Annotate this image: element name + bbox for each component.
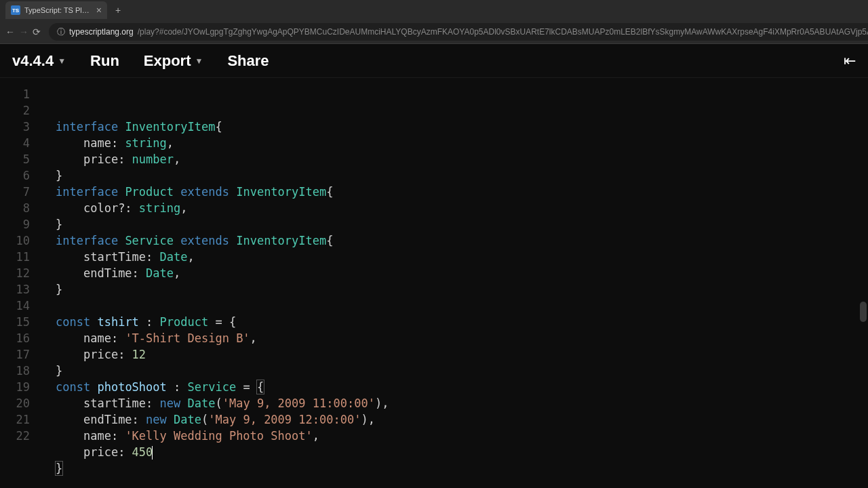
collapse-panel-icon[interactable]: ⇤ [844,52,856,70]
run-button[interactable]: Run [90,52,119,70]
code-editor[interactable]: 12345678910111213141516171819202122 inte… [0,78,868,488]
line-numbers-gutter: 12345678910111213141516171819202122 [0,78,41,488]
code-line[interactable]: name: string, [41,135,868,151]
nav-bar: ← → ⟳ ⓘ typescriptlang.org/play?#code/JY… [0,20,868,43]
share-button[interactable]: Share [227,52,269,70]
line-number: 6 [0,167,30,184]
tab-bar: TS TypeScript: TS Playground - A... × + [0,0,868,20]
url-domain: typescriptlang.org [69,27,134,37]
code-line[interactable]: interface InventoryItem{ [41,119,868,135]
line-number: 4 [0,135,30,151]
line-number: 17 [0,346,30,363]
code-line[interactable]: price: 450 [41,444,868,460]
line-number: 16 [0,330,30,346]
code-line[interactable]: name: 'T-Shirt Design B', [41,330,868,346]
typescript-icon: TS [11,5,20,15]
code-line[interactable]: color?: string, [41,200,868,216]
line-number: 22 [0,428,30,444]
line-number: 14 [0,298,30,314]
line-number: 10 [0,232,30,249]
code-line[interactable]: } [41,216,868,232]
code-line[interactable]: price: 12 [41,346,868,363]
site-info-icon[interactable]: ⓘ [57,26,65,38]
line-number: 13 [0,281,30,298]
forward-button[interactable]: → [19,24,28,40]
line-number: 12 [0,265,30,281]
chevron-down-icon: ▼ [195,56,203,66]
version-selector[interactable]: v4.4.4 ▼ [12,52,66,70]
code-line[interactable]: name: 'Kelly Wedding Photo Shoot', [41,428,868,444]
new-tab-button[interactable]: + [115,5,121,16]
scrollbar[interactable] [859,78,868,488]
code-area[interactable]: interface InventoryItem{ name: string, p… [41,78,868,488]
code-line[interactable]: } [41,281,868,298]
code-line[interactable]: const tshirt : Product = { [41,314,868,330]
code-line[interactable]: interface Service extends InventoryItem{ [41,232,868,249]
back-button[interactable]: ← [5,24,15,40]
reload-button[interactable]: ⟳ [33,24,41,40]
line-number: 15 [0,314,30,330]
code-line[interactable]: startTime: Date, [41,249,868,265]
line-number: 3 [0,119,30,135]
code-line[interactable]: } [41,460,868,476]
code-line[interactable]: const photoShoot : Service = { [41,379,868,395]
line-number: 18 [0,363,30,379]
version-label: v4.4.4 [12,52,54,70]
line-number: 9 [0,216,30,232]
code-line[interactable]: } [41,167,868,184]
browser-tab[interactable]: TS TypeScript: TS Playground - A... × [5,1,107,19]
close-icon[interactable]: × [96,5,102,16]
url-path: /play?#code/JYOwLgpgTgZghgYwgAgApQPYBMCu… [138,27,868,37]
line-number: 8 [0,200,30,216]
code-line[interactable]: endTime: Date, [41,265,868,281]
export-button[interactable]: Export ▼ [144,52,203,70]
code-line[interactable] [41,298,868,314]
code-line[interactable]: } [41,363,868,379]
code-line[interactable]: interface Product extends InventoryItem{ [41,184,868,200]
playground-toolbar: v4.4.4 ▼ Run Export ▼ Share ⇤ [0,44,868,78]
scrollbar-thumb[interactable] [860,302,867,322]
code-line[interactable]: price: number, [41,151,868,167]
tab-title: TypeScript: TS Playground - A... [24,6,92,14]
browser-chrome: TS TypeScript: TS Playground - A... × + … [0,0,868,44]
line-number: 2 [0,102,30,119]
address-bar[interactable]: ⓘ typescriptlang.org/play?#code/JYOwLgpg… [49,23,868,41]
line-number: 5 [0,151,30,167]
line-number: 21 [0,411,30,428]
line-number: 11 [0,249,30,265]
line-number: 7 [0,184,30,200]
line-number: 20 [0,395,30,411]
code-line[interactable]: startTime: new Date('May 9, 2009 11:00:0… [41,395,868,411]
export-label: Export [144,52,191,70]
line-number: 19 [0,379,30,395]
line-number: 1 [0,86,30,102]
code-line[interactable]: endTime: new Date('May 9, 2009 12:00:00'… [41,411,868,428]
chevron-down-icon: ▼ [58,56,66,66]
